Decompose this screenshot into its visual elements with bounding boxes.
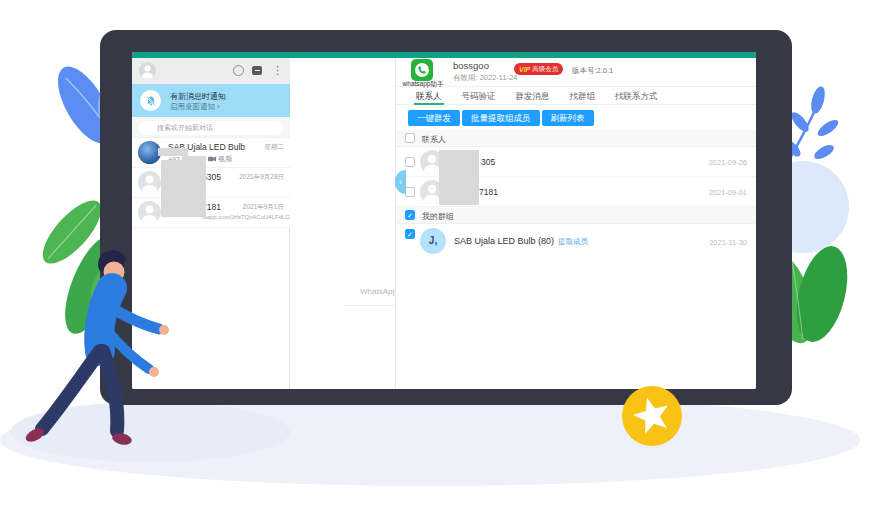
notification-title: 有新消息时通知 xyxy=(170,91,226,102)
tab-bulk-message[interactable]: 群发消息 xyxy=(506,87,560,105)
chat-preview: tsapp.com/JrfsTQvACuU4LFdLOeo... xyxy=(202,214,302,220)
video-camera-icon xyxy=(208,156,216,162)
group-date: 2021-11-30 xyxy=(709,238,747,247)
whatsapp-logo-icon xyxy=(411,59,433,81)
monitor-frame: ⋮ 有新消息时通知 启用桌面通知 › SAB Ujala LED Bul xyxy=(100,30,792,405)
vip-tag: VIP xyxy=(519,66,530,73)
chat-time: 2021年9月28日 xyxy=(239,173,284,182)
redacted-block xyxy=(158,148,188,156)
group-row[interactable]: ✓ J, SAB Ujala LED Bulb (80)提取成员 2021-11… xyxy=(396,224,756,258)
contact-checkbox[interactable] xyxy=(405,187,415,197)
divider xyxy=(345,305,395,306)
chat-avatar xyxy=(138,171,161,194)
select-all-contacts-checkbox[interactable] xyxy=(405,133,415,143)
vip-level: 高级会员 xyxy=(532,65,558,74)
person-icon xyxy=(138,171,161,194)
contact-date: 2021-09-01 xyxy=(709,188,747,197)
tab-number-verify[interactable]: 号码验证 xyxy=(452,87,506,105)
bulk-send-button[interactable]: 一键群发 xyxy=(408,110,460,126)
chat-preview-label: 视频 xyxy=(218,154,232,164)
chat-row[interactable]: SAB Ujala LED Bulb 星期二 +92 视频 xyxy=(132,138,290,168)
tab-contacts[interactable]: 联系人 xyxy=(406,87,452,105)
whatsapp-main-area: WhatsApp xyxy=(290,58,395,389)
group-avatar: J, xyxy=(420,228,446,254)
groups-section-label: 我的群组 xyxy=(422,211,454,222)
page: ⋮ 有新消息时通知 启用桌面通知 › SAB Ujala LED Bul xyxy=(0,0,878,506)
group-name: SAB Ujala LED Bulb (80)提取成员 xyxy=(454,236,588,247)
assistant-panel: whatsapp助手 bossgoo 有效期: 2022-11-24 VIP 高… xyxy=(395,58,756,389)
tab-find-groups[interactable]: 找群组 xyxy=(560,87,606,105)
contacts-section-label: 联系人 xyxy=(422,134,446,145)
contact-number-visible: 7181 xyxy=(479,187,498,197)
notification-subtitle[interactable]: 启用桌面通知 › xyxy=(170,102,220,112)
person-illustration xyxy=(18,233,193,473)
chat-row[interactable]: 5305 2021年9月28日 xyxy=(132,168,290,198)
chat-time: 星期二 xyxy=(265,143,285,152)
validity-date: 有效期: 2022-11-24 xyxy=(453,73,517,83)
group-name-text: SAB Ujala LED Bulb (80) xyxy=(454,236,554,246)
group-checkbox[interactable]: ✓ xyxy=(405,229,415,239)
panel-header: whatsapp助手 bossgoo 有效期: 2022-11-24 VIP 高… xyxy=(396,58,756,87)
extract-members-link[interactable]: 提取成员 xyxy=(558,237,588,246)
redacted-block xyxy=(161,160,206,217)
notification-banner[interactable]: 有新消息时通知 启用桌面通知 › xyxy=(132,84,290,117)
profile-avatar[interactable] xyxy=(139,62,156,79)
batch-extract-button[interactable]: 批量提取组成员 xyxy=(462,110,540,126)
contact-checkbox[interactable] xyxy=(405,157,415,167)
brand-name: bossgoo xyxy=(453,60,489,71)
select-all-groups-checkbox[interactable]: ✓ xyxy=(405,210,415,220)
screen: ⋮ 有新消息时通知 启用桌面通知 › SAB Ujala LED Bul xyxy=(132,52,756,389)
redacted-block xyxy=(439,150,479,205)
star-badge xyxy=(612,376,692,456)
person-icon xyxy=(139,62,156,79)
contacts-section-header: 联系人 xyxy=(396,130,756,147)
panel-tabs: 联系人 号码验证 群发消息 找群组 找联系方式 xyxy=(396,87,756,105)
vip-badge: VIP 高级会员 xyxy=(514,63,563,75)
status-icon[interactable] xyxy=(233,65,244,76)
chat-time: 2021年9月1日 xyxy=(243,203,284,212)
groups-section-header: ✓ 我的群组 xyxy=(396,207,756,224)
contact-number-visible: 305 xyxy=(481,157,495,167)
person-icon xyxy=(138,201,161,224)
menu-dots-icon[interactable]: ⋮ xyxy=(272,63,283,78)
search-bar xyxy=(132,117,290,138)
contact-date: 2021-09-26 xyxy=(709,158,747,167)
chat-row[interactable]: 7181 2021年9月1日 tsapp.com/JrfsTQvACuU4LFd… xyxy=(132,198,290,228)
panel-toolbar: 一键群发 批量提取组成员 刷新列表 xyxy=(408,110,594,126)
whatsapp-watermark: WhatsApp xyxy=(360,287,395,296)
search-input[interactable] xyxy=(139,121,283,135)
new-chat-icon[interactable] xyxy=(252,66,262,75)
version-label: 版本号:2.0.1 xyxy=(572,66,613,76)
refresh-list-button[interactable]: 刷新列表 xyxy=(542,110,594,126)
whatsapp-topbar: ⋮ xyxy=(132,58,290,84)
chat-avatar xyxy=(138,201,161,224)
bell-muted-icon xyxy=(140,90,161,111)
tab-find-contacts[interactable]: 找联系方式 xyxy=(605,87,668,105)
